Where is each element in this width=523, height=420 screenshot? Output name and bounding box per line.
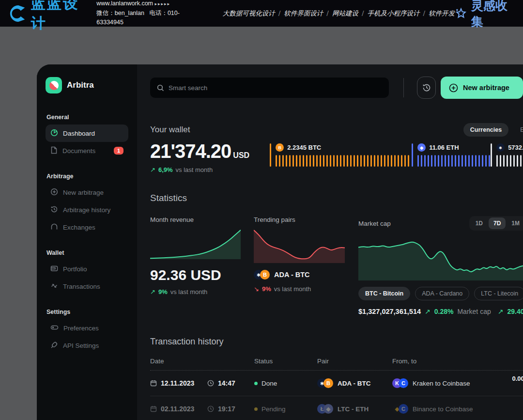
pair-icons: ∗ B [254, 270, 270, 280]
clock-icon [207, 380, 214, 387]
wallet-currency-bars: B 2.2345 BTC ◆ 11.06 ETH [270, 143, 523, 173]
statistics-row: Month revenue 92.36 USD ↗ 9% vs last mon… [150, 216, 523, 315]
site-header: 蓝蓝设计 www.lanlanwork.com ▸▸▸▸▸ 微信：ben_lan… [0, 0, 523, 27]
lanlan-logo-text: 蓝蓝设计 [31, 0, 88, 33]
new-arbitrage-label: New arbitrage [463, 84, 509, 92]
lanlan-logo-icon [9, 4, 27, 23]
smart-search[interactable] [150, 78, 389, 98]
market-cap-header: Market cap 1D 7D 1M [358, 216, 523, 231]
plus-circle-icon [50, 188, 58, 197]
ada-tick [491, 143, 492, 167]
app-name: Arbitra [67, 80, 94, 90]
nav-section-general: General Dashboard Documents 1 [46, 114, 128, 159]
transaction-amount: 0.0021 [508, 374, 523, 393]
range-7d[interactable]: 7D [489, 218, 506, 229]
exchanges-pill[interactable]: Exchanges [513, 123, 523, 137]
transaction-history-title: Transaction history [150, 337, 523, 347]
status-dot [254, 382, 258, 385]
trending-pairs-label: Trending pairs [254, 216, 345, 223]
search-input[interactable] [169, 84, 382, 92]
change-suffix: vs last month [170, 288, 208, 296]
nav-section-wallet: Wallet Portfolio Transactions [46, 249, 128, 295]
document-icon [50, 146, 58, 156]
ada-icon: ∗ [496, 143, 505, 152]
pair-label: ADA - BTC [274, 271, 310, 279]
change-percent: 9% [262, 285, 271, 293]
star-icon [455, 7, 467, 20]
arbitra-logo-icon [46, 77, 62, 93]
sidebar-item-label: Exchanges [63, 224, 95, 231]
range-1d[interactable]: 1D [471, 218, 488, 229]
nav-section-label: General [46, 114, 128, 121]
wallet-header: Your wallet Currencies Exchanges [150, 123, 523, 137]
sidebar-item-label: New arbitrage [63, 189, 104, 196]
sidebar-item-api-settings[interactable]: API Settings [46, 337, 128, 354]
month-revenue-value: 92.36 USD [150, 267, 241, 283]
ada-amount: 5732.61 ADA [508, 144, 523, 151]
balance-currency: USD [233, 151, 249, 159]
cap-change: 0.28% [434, 308, 454, 315]
sidebar-item-preferences[interactable]: Preferences [46, 319, 128, 337]
range-toggle: 1D 7D 1M [469, 216, 523, 231]
pair-label: ADA - BTC [338, 380, 371, 387]
col-pair: Pair [317, 358, 392, 365]
btc-bars [276, 155, 409, 167]
nav-section-settings: Settings Preferences API Settings [46, 309, 128, 354]
wallet-balance: 21'374.20USD ↗ 6,9% vs last month [150, 140, 249, 173]
wallet-filter-pills: Currencies Exchanges [463, 123, 523, 137]
new-arbitrage-button[interactable]: New arbitrage [441, 77, 523, 99]
btc-icon: B [276, 143, 284, 152]
exchange-icons: ◆ C [392, 404, 408, 414]
contact-block: www.lanlanwork.com ▸▸▸▸▸ 微信：ben_lanlan 电… [96, 0, 197, 28]
services-list: 大数据可视化设计/软件界面设计/网站建设/手机及小程序设计/软件开发 [223, 9, 455, 18]
arrow-up-icon: ↗ [150, 166, 155, 173]
sidebar-item-transactions[interactable]: Transactions [46, 278, 128, 295]
ada-segment: ∗ 5732.61 ADA [491, 143, 523, 173]
lanlan-logo[interactable]: 蓝蓝设计 [9, 0, 88, 33]
cap-change-label: Market cap [457, 308, 491, 315]
coinbase-icon: C [399, 378, 408, 388]
sidebar-item-new-arbitrage[interactable]: New arbitrage [46, 184, 128, 201]
trending-pairs-chart [254, 229, 345, 263]
table-row[interactable]: 02.11.2023 19:17 Pending Ł ◆ LTC - ETH ◆… [150, 396, 523, 420]
btc-icon: B [260, 270, 270, 280]
pill-ltc-litecoin[interactable]: LTC - Litecoin [474, 287, 523, 300]
sidebar-item-label: Documents [62, 147, 95, 155]
pair-label: LTC - ETH [338, 405, 369, 413]
inspiration-collect-button[interactable]: 灵感收集 [455, 0, 514, 30]
trending-change: ↘ 9% vs last month [254, 285, 345, 293]
btc-tick [270, 143, 271, 167]
site-url[interactable]: www.lanlanwork.com [96, 0, 153, 7]
collect-label: 灵感收集 [471, 0, 514, 30]
nav-section-label: Wallet [46, 249, 128, 256]
pill-ada-cardano[interactable]: ADA - Cardano [415, 287, 469, 300]
market-cap-chart [358, 234, 523, 280]
history-restore-icon [422, 83, 431, 93]
arrow-up-icon: ↗ [150, 288, 155, 296]
change-suffix: vs last month [176, 166, 213, 173]
sidebar-item-exchanges[interactable]: Exchanges [46, 218, 128, 236]
trending-pairs-card: Trending pairs ∗ B ADA - BTC ↘ 9% vs las… [254, 216, 345, 315]
status-label: Done [262, 380, 277, 387]
transaction-table-body: 12.11.2023 14:47 Done ∗ B ADA - BTC K C … [150, 371, 523, 420]
topbar-divider [403, 78, 404, 97]
coinbase-icon: C [399, 404, 408, 414]
app-brand[interactable]: Arbitra [46, 77, 128, 93]
sidebar-item-documents[interactable]: Documents 1 [46, 142, 128, 159]
balance-change: ↗ 6,9% vs last month [150, 166, 249, 173]
wechat-label: 微信：ben_lanlan [96, 10, 144, 16]
plug-icon [50, 341, 58, 350]
month-revenue-change: ↗ 9% vs last month [150, 288, 241, 296]
history-button[interactable] [417, 77, 436, 99]
sidebar-item-arbitrage-history[interactable]: Arbitrage history [46, 201, 128, 218]
table-row[interactable]: 12.11.2023 14:47 Done ∗ B ADA - BTC K C … [150, 371, 523, 396]
currencies-pill[interactable]: Currencies [463, 123, 508, 137]
sidebar-item-dashboard[interactable]: Dashboard [46, 124, 128, 142]
sidebar-item-portfolio[interactable]: Portfolio [46, 260, 128, 278]
dashboard-card: Arbitra General Dashboard Documents 1 Ar… [37, 64, 523, 420]
sidebar-item-label: Portfolio [63, 265, 87, 273]
market-cap-stats: $1,327,027,361,514 ↗ 0.28% Market cap ↗ … [358, 308, 523, 315]
pill-btc-bitcoin[interactable]: BTC - Bitcoin [358, 287, 410, 300]
range-1m[interactable]: 1M [507, 218, 523, 229]
col-date: Date [150, 358, 254, 365]
